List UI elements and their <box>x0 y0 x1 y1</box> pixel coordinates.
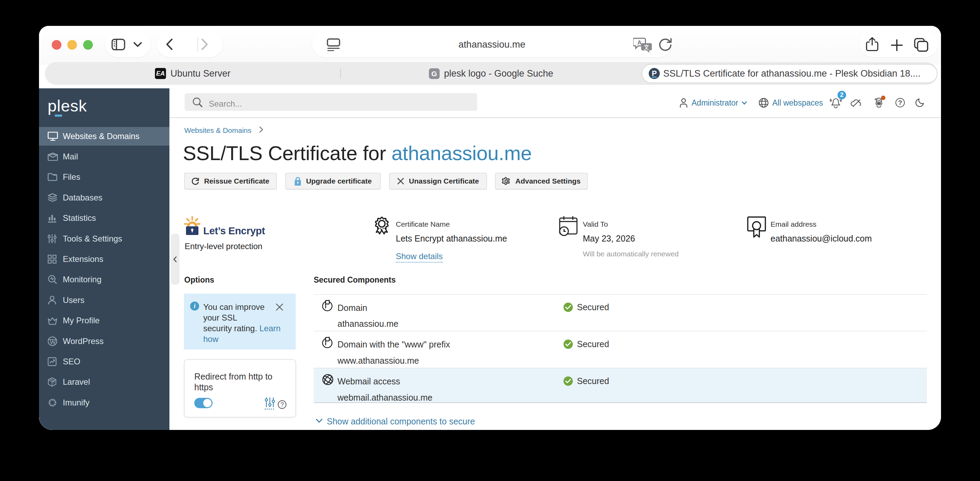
svg-text:A: A <box>637 39 641 46</box>
